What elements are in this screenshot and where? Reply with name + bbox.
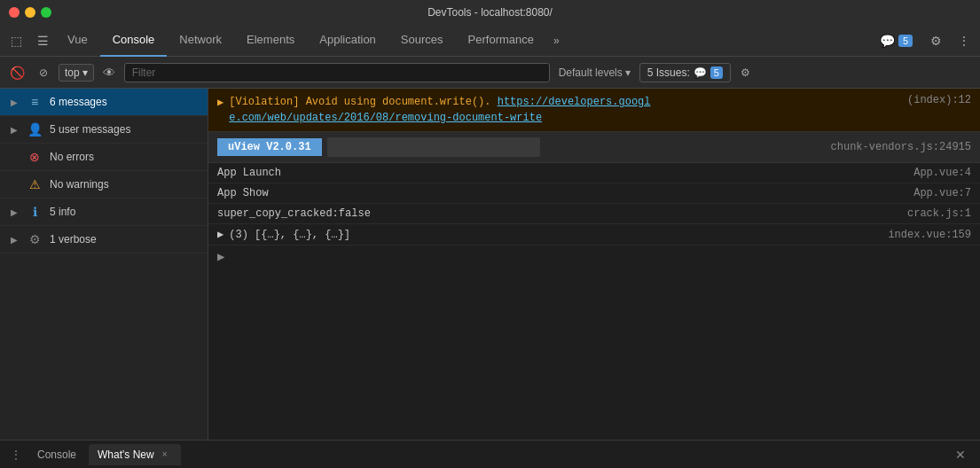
log-text: (3) [{…}, {…}, {…}] (229, 229, 350, 241)
log-row-super-copy: super_copy_cracked:false crack.js:1 (208, 204, 980, 224)
sidebar-label: 1 verbose (50, 233, 97, 246)
tab-application[interactable]: Application (307, 25, 388, 57)
status-tab-label: What's New (98, 448, 154, 461)
live-expressions-button[interactable]: 👁 (98, 61, 121, 84)
expand-icon[interactable]: ▶ (217, 228, 223, 241)
expand-icon: ▶ (9, 207, 20, 217)
tab-console[interactable]: Console (100, 25, 168, 57)
sidebar-item-verbose[interactable]: ▶ ⚙ 1 verbose (0, 226, 208, 254)
window-title: DevTools - localhost:8080/ (427, 6, 553, 19)
device-toggle-button[interactable]: ☰ (30, 28, 55, 53)
violation-text: [Violation] Avoid using document.write()… (229, 94, 893, 126)
issues-label: 5 Issues: (647, 66, 690, 79)
sidebar: ▶ ≡ 6 messages ▶ 👤 5 user messages ▶ ⊗ N… (0, 89, 208, 440)
log-source: crack.js:1 (907, 207, 971, 220)
title-bar: DevTools - localhost:8080/ (0, 0, 980, 25)
tab-performance[interactable]: Performance (456, 25, 546, 57)
verbose-icon: ⚙ (27, 231, 43, 247)
log-row-app-launch: App Launch App.vue:4 (208, 163, 980, 183)
console-message-icon: 💬 (880, 34, 895, 48)
log-source: index.vue:159 (888, 229, 971, 241)
log-source: App.vue:7 (913, 187, 971, 199)
log-row-app-show: App Show App.vue:7 (208, 183, 980, 204)
violation-message-text: [Violation] Avoid using document.write()… (229, 96, 490, 108)
maximize-button[interactable] (41, 7, 51, 18)
gear-icon: ⚙ (930, 34, 942, 48)
sidebar-item-user-messages[interactable]: ▶ 👤 5 user messages (0, 116, 208, 144)
uview-message: uView V2.0.31 chunk-vendors.js:24915 (208, 132, 980, 163)
context-dropdown[interactable]: top ▾ (59, 64, 94, 82)
sidebar-item-no-errors[interactable]: ▶ ⊗ No errors (0, 144, 208, 171)
console-badge-button[interactable]: 💬 5 (873, 31, 920, 51)
close-tab-button[interactable]: × (158, 448, 172, 462)
log-text: super_copy_cracked:false (217, 207, 371, 220)
close-devtools-button[interactable]: ✕ (948, 442, 973, 467)
violation-message[interactable]: ▶ [Violation] Avoid using document.write… (208, 89, 980, 132)
violation-source: (index):12 (907, 94, 971, 106)
arrow-row[interactable]: ▶ (208, 246, 980, 268)
error-icon: ⊗ (27, 149, 43, 165)
uview-badge: uView V2.0.31 (217, 138, 322, 156)
tab-bar-right: 💬 5 ⚙ ⋮ (873, 28, 976, 53)
filter-input[interactable] (124, 63, 550, 82)
uview-source: chunk-vendors.js:24915 (831, 141, 971, 153)
more-icon: ⋮ (958, 34, 970, 48)
tab-elements[interactable]: Elements (234, 25, 307, 57)
status-tab-label: Console (37, 448, 76, 461)
sidebar-label: No warnings (50, 178, 109, 191)
status-bar: ⋮ Console What's New × ✕ (0, 440, 980, 468)
tab-bar: ⬚ ☰ Vue Console Network Elements Applica… (0, 25, 980, 57)
clear-console-button[interactable]: 🚫 (5, 61, 28, 84)
main-tabs: Vue Console Network Elements Application… (55, 25, 873, 57)
close-icon: ✕ (955, 448, 966, 462)
log-levels-dropdown[interactable]: Default levels ▾ (553, 65, 636, 81)
chevron-down-icon: ▾ (625, 66, 631, 79)
console-content: ▶ [Violation] Avoid using document.write… (208, 89, 980, 440)
devtools-settings-button[interactable]: ⚙ (923, 28, 948, 53)
chevron-down-icon: ▾ (82, 66, 88, 79)
chevron-right-icon: ▶ (217, 250, 224, 264)
log-text: App Launch (217, 167, 281, 179)
levels-label: Default levels (559, 66, 623, 79)
console-count-badge: 5 (898, 35, 913, 47)
status-dots-button[interactable]: ⋮ (7, 446, 25, 464)
more-icon: ⋮ (11, 448, 21, 461)
log-source: App.vue:4 (913, 167, 971, 179)
tab-vue[interactable]: Vue (55, 25, 100, 57)
expand-icon: ▶ (9, 97, 20, 107)
inspect-element-button[interactable]: ⬚ (4, 28, 28, 53)
sidebar-label: 5 info (50, 206, 75, 218)
sidebar-item-no-warnings[interactable]: ▶ ⚠ No warnings (0, 171, 208, 199)
minimize-button[interactable] (25, 7, 35, 18)
sidebar-label: No errors (50, 151, 94, 163)
console-icon: 💬 (694, 66, 707, 79)
context-label: top (65, 66, 80, 79)
issues-button[interactable]: 5 Issues: 💬 5 (639, 63, 731, 82)
clear-icon: 🚫 (10, 66, 25, 80)
more-tabs-button[interactable]: » (546, 25, 567, 57)
filter-toggle-button[interactable]: ⊘ (32, 61, 55, 84)
sidebar-label: 6 messages (50, 96, 107, 108)
gear-icon: ⚙ (741, 66, 750, 79)
list-icon: ≡ (27, 94, 43, 110)
status-tab-whats-new[interactable]: What's New × (89, 444, 181, 465)
issues-count-badge: 5 (710, 66, 723, 79)
log-text: App Show (217, 187, 269, 199)
status-tab-console[interactable]: Console (28, 445, 85, 464)
log-row-expandable[interactable]: ▶ (3) [{…}, {…}, {…}] index.vue:159 (208, 224, 980, 246)
info-icon: ℹ (27, 204, 43, 220)
close-button[interactable] (9, 7, 20, 18)
console-settings-button[interactable]: ⚙ (734, 61, 757, 84)
expand-icon[interactable]: ▶ (217, 96, 223, 109)
sidebar-item-all-messages[interactable]: ▶ ≡ 6 messages (0, 89, 208, 116)
traffic-lights (9, 7, 51, 18)
tab-network[interactable]: Network (167, 25, 234, 57)
sidebar-item-info[interactable]: ▶ ℹ 5 info (0, 199, 208, 226)
console-toolbar: 🚫 ⊘ top ▾ 👁 Default levels ▾ 5 Issues: 💬… (0, 57, 980, 89)
tab-sources[interactable]: Sources (388, 25, 456, 57)
user-icon: 👤 (27, 121, 43, 137)
warning-icon: ⚠ (27, 176, 43, 192)
expand-icon: ▶ (9, 124, 20, 135)
sidebar-label: 5 user messages (50, 123, 130, 136)
more-options-button[interactable]: ⋮ (952, 28, 976, 53)
